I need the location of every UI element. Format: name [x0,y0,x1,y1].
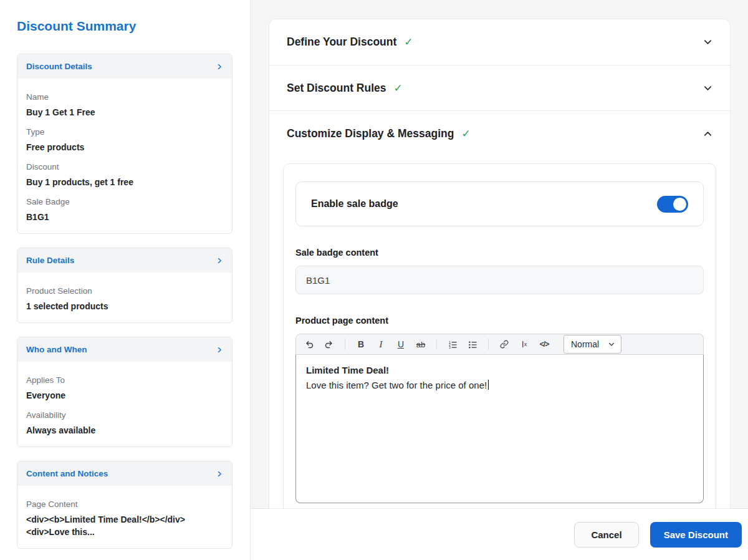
field-label: Product Selection [26,285,223,297]
underline-button[interactable]: U [391,337,410,352]
editor-line: Love this item? Get two for the price of… [306,378,693,393]
italic-button[interactable]: I [372,337,390,352]
section-header-who-and-when[interactable]: Who and When [17,337,232,362]
field-label: Page Content [26,498,223,511]
section-body: NameBuy 1 Get 1 Free TypeFree products D… [17,79,232,233]
section-header-content-and-notices[interactable]: Content and Notices [17,461,232,486]
section-title: Rule Details [26,256,74,265]
chevron-down-icon [608,340,615,348]
main-content: Define Your Discount ✓ Set Discount Rule… [251,0,748,509]
sale-badge-content-label: Sale badge content [295,246,704,259]
product-page-content-editor[interactable]: Limited Time Deal! Love this item? Get t… [295,355,704,503]
section-header-discount-details[interactable]: Discount Details [17,54,232,79]
format-dropdown-value: Normal [571,339,599,349]
toolbar-separator [488,339,489,350]
section-title: Who and When [26,345,87,354]
field-value: Everyone [26,389,223,402]
enable-sale-badge-toggle[interactable] [657,196,688,213]
redo-icon [324,339,334,349]
field-value: <div><b>Limited Time Deal!</b></div><div… [26,513,223,538]
field-value: Buy 1 Get 1 Free [26,106,223,118]
bold-button[interactable]: B [352,337,370,352]
save-discount-button[interactable]: Save Discount [650,522,742,548]
section-body: Product Selection1 selected products [17,273,232,322]
summary-field: Applies ToEveryone [26,374,223,402]
sidebar-section-content-and-notices: Content and Notices Page Content<div><b>… [17,461,233,549]
product-page-content-label: Product page content [295,314,704,327]
customize-display-panel: Enable sale badge Sale badge content Pro… [283,163,716,509]
summary-field: AvailabilityAlways available [26,409,223,437]
accordion-title: Set Discount Rules [287,82,386,95]
field-value: B1G1 [26,211,223,223]
summary-field: Sale BadgeB1G1 [26,196,223,223]
check-icon: ✓ [461,127,470,140]
sidebar-section-rule-details: Rule Details Product Selection1 selected… [17,248,233,323]
field-value: 1 selected products [26,300,223,312]
summary-field: TypeFree products [26,126,223,153]
undo-icon [304,339,314,349]
section-title: Content and Notices [26,469,108,478]
action-footer: Cancel Save Discount [251,509,748,560]
enable-sale-badge-card: Enable sale badge [295,181,704,226]
accordion-set-discount-rules[interactable]: Set Discount Rules ✓ [269,65,730,110]
strikethrough-button[interactable]: ab [411,337,430,352]
ordered-list-button[interactable]: 123 [443,337,462,352]
field-label: Availability [26,409,223,422]
chevron-right-icon [216,346,223,354]
svg-text:3: 3 [448,345,450,349]
chevron-right-icon [216,63,223,70]
field-value: Always available [26,424,223,437]
editor-toolbar: B I U ab 123 Ix </> [295,334,704,355]
section-title: Discount Details [26,62,92,71]
chevron-down-icon [703,84,712,93]
editor-text: Love this item? Get two for the price of… [306,380,487,390]
field-label: Sale Badge [26,196,223,208]
link-icon [500,340,509,349]
code-button[interactable]: </> [535,337,554,352]
toolbar-separator [345,339,345,350]
field-value: Free products [26,141,223,153]
link-button[interactable] [495,337,514,352]
accordion-define-your-discount[interactable]: Define Your Discount ✓ [269,19,730,65]
chevron-right-icon [216,257,223,264]
editor-line-bold: Limited Time Deal! [306,363,693,378]
accordion-title: Define Your Discount [287,36,396,49]
clear-formatting-button[interactable]: Ix [515,337,534,352]
ordered-list-icon: 123 [448,340,458,349]
summary-field: DiscountBuy 1 products, get 1 free [26,161,223,188]
bullet-list-button[interactable] [463,337,482,352]
toolbar-separator [436,339,437,350]
chevron-down-icon [703,37,712,47]
discount-summary-sidebar: Discount Summary Discount Details NameBu… [0,0,251,560]
sidebar-section-who-and-when: Who and When Applies ToEveryone Availabi… [17,337,233,447]
field-label: Discount [26,161,223,173]
chevron-up-icon [703,129,712,138]
bullet-list-icon [468,340,477,349]
discount-steps-accordion: Define Your Discount ✓ Set Discount Rule… [269,19,731,509]
main-area: Define Your Discount ✓ Set Discount Rule… [251,0,748,560]
check-icon: ✓ [393,82,402,95]
chevron-right-icon [216,470,223,478]
text-caret [488,380,489,390]
summary-field: NameBuy 1 Get 1 Free [26,91,223,118]
undo-button[interactable] [300,337,319,352]
field-value: Buy 1 products, get 1 free [26,176,223,188]
summary-field: Page Content<div><b>Limited Time Deal!</… [26,498,223,538]
sidebar-section-discount-details: Discount Details NameBuy 1 Get 1 Free Ty… [17,54,233,234]
accordion-title: Customize Display & Messaging [287,127,454,140]
section-body: Page Content<div><b>Limited Time Deal!</… [17,486,232,548]
cancel-button[interactable]: Cancel [574,522,638,548]
field-label: Applies To [26,374,223,387]
sidebar-title: Discount Summary [17,19,233,34]
field-label: Type [26,126,223,138]
accordion-customize-display-messaging[interactable]: Customize Display & Messaging ✓ [269,110,730,156]
clear-formatting-sub: x [524,341,527,347]
section-header-rule-details[interactable]: Rule Details [17,248,232,273]
section-body: Applies ToEveryone AvailabilityAlways av… [17,362,232,447]
format-dropdown[interactable]: Normal [563,335,621,354]
redo-button[interactable] [320,337,338,352]
summary-field: Product Selection1 selected products [26,285,223,312]
sale-badge-content-input[interactable] [295,266,704,294]
toggle-knob [673,198,686,211]
field-label: Name [26,91,223,104]
